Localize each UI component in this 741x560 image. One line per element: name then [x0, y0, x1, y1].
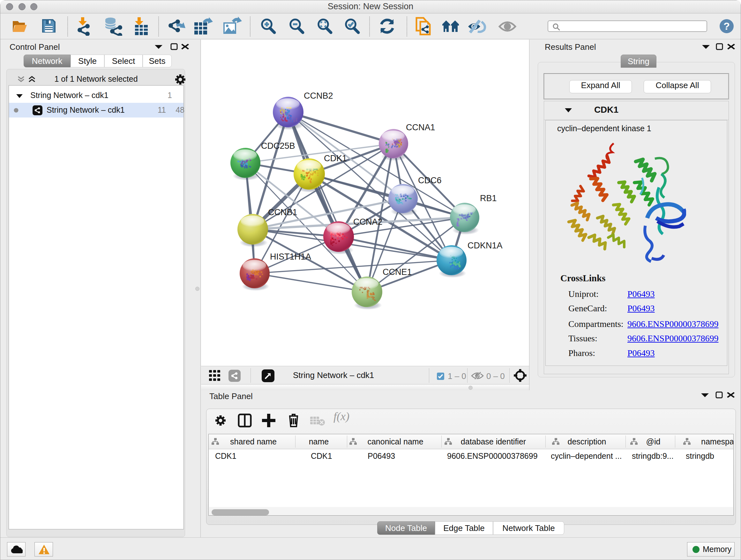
svg-text:CDC25B: CDC25B	[261, 141, 295, 151]
svg-text:CCNA2: CCNA2	[353, 217, 383, 227]
svg-text:CCNB2: CCNB2	[304, 91, 333, 101]
svg-text:CDC6: CDC6	[418, 176, 442, 185]
svg-text:RB1: RB1	[480, 193, 497, 203]
svg-text:HIST1H1A: HIST1H1A	[270, 252, 311, 261]
svg-text:CCNE1: CCNE1	[383, 267, 412, 277]
svg-text:CDKN1A: CDKN1A	[468, 241, 502, 250]
svg-text:CDK1: CDK1	[324, 153, 347, 163]
svg-text:CCNB1: CCNB1	[268, 207, 297, 217]
svg-text:CCNA1: CCNA1	[406, 123, 435, 132]
